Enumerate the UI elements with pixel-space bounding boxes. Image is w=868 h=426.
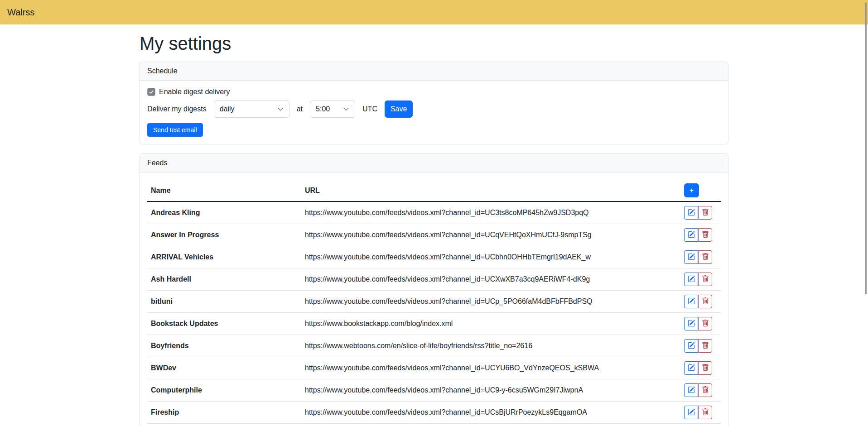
- edit-feed-button[interactable]: [684, 383, 698, 397]
- edit-feed-button[interactable]: [684, 339, 698, 353]
- schedule-card-header: Schedule: [140, 62, 728, 81]
- pencil-square-icon: [688, 253, 695, 262]
- delete-feed-button[interactable]: [698, 273, 712, 286]
- delete-feed-button[interactable]: [698, 228, 712, 242]
- edit-feed-button[interactable]: [684, 228, 698, 242]
- edit-feed-button[interactable]: [684, 406, 698, 419]
- feed-actions-group: [684, 295, 712, 308]
- plus-icon: +: [690, 187, 694, 194]
- feeds-card-header: Feeds: [140, 154, 728, 172]
- edit-feed-button[interactable]: [684, 361, 698, 375]
- feed-actions: [680, 224, 721, 246]
- pencil-square-icon: [688, 320, 695, 328]
- pencil-square-icon: [688, 408, 695, 417]
- feed-actions: [680, 313, 721, 335]
- delete-feed-button[interactable]: [698, 295, 712, 308]
- trash-icon: [702, 364, 709, 373]
- edit-feed-button[interactable]: [684, 295, 698, 308]
- edit-feed-button[interactable]: [684, 206, 698, 220]
- feed-name: bitluni: [147, 291, 301, 313]
- feed-url: https://www.youtube.com/feeds/videos.xml…: [301, 357, 680, 379]
- column-header-actions: +: [680, 180, 721, 201]
- at-label: at: [297, 105, 303, 113]
- trash-icon: [702, 231, 709, 239]
- edit-feed-button[interactable]: [684, 273, 698, 286]
- scrollbar-thumb[interactable]: [865, 2, 867, 294]
- feed-name: Go Time: [147, 424, 301, 426]
- trash-icon: [702, 253, 709, 262]
- chevron-down-icon: [343, 106, 349, 112]
- edit-feed-button[interactable]: [684, 317, 698, 330]
- enable-digest-row: Enable digest delivery: [147, 88, 721, 96]
- delete-feed-button[interactable]: [698, 206, 712, 220]
- trash-icon: [702, 342, 709, 350]
- feed-name: Boyfriends: [147, 335, 301, 357]
- trash-icon: [702, 408, 709, 417]
- save-button[interactable]: Save: [385, 101, 413, 118]
- feed-url: https://www.bookstackapp.com/blog/index.…: [301, 313, 680, 335]
- time-select[interactable]: 5:00: [310, 101, 355, 118]
- feed-url: https://www.youtube.com/feeds/videos.xml…: [301, 246, 680, 268]
- trash-icon: [702, 386, 709, 395]
- delete-feed-button[interactable]: [698, 317, 712, 330]
- feed-actions: [680, 379, 721, 402]
- feed-row: Fireship https://www.youtube.com/feeds/v…: [147, 402, 721, 424]
- feed-actions-group: [684, 206, 712, 220]
- delete-feed-button[interactable]: [698, 250, 712, 264]
- feed-row: Boyfriends https://www.webtoons.com/en/s…: [147, 335, 721, 357]
- main-container: My settings Schedule Enable digest deliv…: [140, 33, 728, 426]
- navbar: Walrss: [0, 0, 868, 24]
- feed-row: BWDev https://www.youtube.com/feeds/vide…: [147, 357, 721, 379]
- feed-actions: [680, 424, 721, 426]
- feed-row: ARRIVAL Vehicles https://www.youtube.com…: [147, 246, 721, 268]
- time-select-value: 5:00: [316, 105, 330, 113]
- pencil-square-icon: [688, 364, 695, 373]
- timezone-label: UTC: [362, 105, 377, 113]
- feeds-table: Name URL + Andreas Kling https://www.you…: [147, 180, 721, 426]
- feed-row: bitluni https://www.youtube.com/feeds/vi…: [147, 291, 721, 313]
- enable-digest-checkbox[interactable]: [147, 88, 155, 96]
- feed-row: Andreas Kling https://www.youtube.com/fe…: [147, 201, 721, 224]
- trash-icon: [702, 209, 709, 217]
- feed-url: https://www.webtoons.com/en/slice-of-lif…: [301, 335, 680, 357]
- trash-icon: [702, 275, 709, 284]
- feed-row: Go Time https://blog.golang.org/feed.ato…: [147, 424, 721, 426]
- pencil-square-icon: [688, 342, 695, 350]
- feed-actions: [680, 335, 721, 357]
- feed-url: https://blog.golang.org/feed.atom: [301, 424, 680, 426]
- feed-name: Ash Hardell: [147, 268, 301, 291]
- send-test-email-button[interactable]: Send test email: [147, 123, 203, 137]
- chevron-down-icon: [277, 106, 284, 112]
- check-icon: [149, 89, 154, 95]
- delete-feed-button[interactable]: [698, 383, 712, 397]
- feed-actions-group: [684, 339, 712, 353]
- feed-name: Bookstack Updates: [147, 313, 301, 335]
- pencil-square-icon: [688, 275, 695, 284]
- page-title: My settings: [140, 33, 728, 54]
- navbar-brand[interactable]: Walrss: [7, 8, 34, 17]
- feed-name: ARRIVAL Vehicles: [147, 246, 301, 268]
- feed-actions-group: [684, 383, 712, 397]
- feed-name: BWDev: [147, 357, 301, 379]
- feed-actions: [680, 201, 721, 224]
- delete-feed-button[interactable]: [698, 361, 712, 375]
- feed-row: Bookstack Updates https://www.bookstacka…: [147, 313, 721, 335]
- delete-feed-button[interactable]: [698, 339, 712, 353]
- feeds-card: Feeds Name URL + An: [140, 153, 728, 426]
- feed-actions-group: [684, 317, 712, 330]
- add-feed-button[interactable]: +: [684, 183, 699, 197]
- feed-url: https://www.youtube.com/feeds/videos.xml…: [301, 224, 680, 246]
- enable-digest-label[interactable]: Enable digest delivery: [159, 88, 230, 96]
- delivery-settings-row: Deliver my digests daily at 5:00 UTC Sav…: [147, 101, 721, 118]
- edit-feed-button[interactable]: [684, 250, 698, 264]
- trash-icon: [702, 320, 709, 328]
- feed-url: https://www.youtube.com/feeds/videos.xml…: [301, 268, 680, 291]
- delete-feed-button[interactable]: [698, 406, 712, 419]
- interval-select[interactable]: daily: [214, 101, 289, 118]
- schedule-card-body: Enable digest delivery Deliver my digest…: [140, 81, 728, 144]
- feed-actions-group: [684, 250, 712, 264]
- pencil-square-icon: [688, 297, 695, 306]
- feed-url: https://www.youtube.com/feeds/videos.xml…: [301, 402, 680, 424]
- deliver-digests-label: Deliver my digests: [147, 105, 207, 113]
- feed-actions-group: [684, 361, 712, 375]
